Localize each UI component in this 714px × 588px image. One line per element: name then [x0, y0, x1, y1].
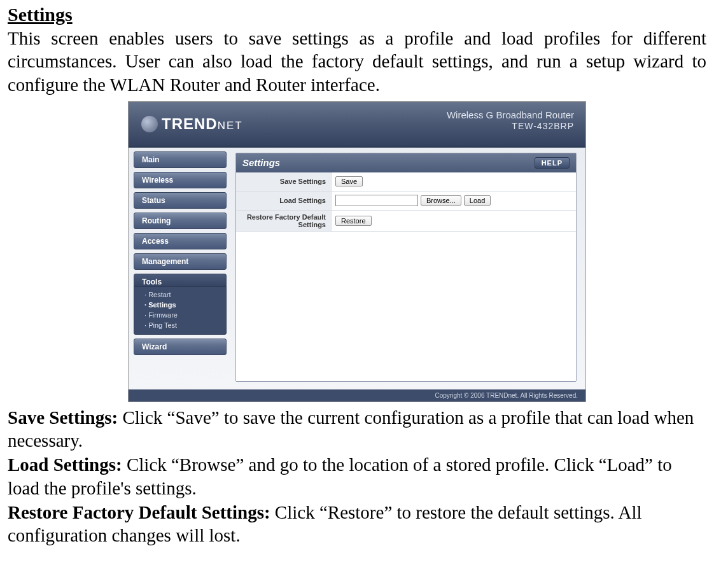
brand-icon [141, 116, 158, 132]
sidebar: Main Wireless Status Routing Access Mana… [129, 148, 232, 389]
load-settings-label: Load Settings [236, 192, 332, 210]
load-file-input[interactable] [335, 195, 418, 206]
sub-restart[interactable]: Restart [134, 290, 226, 300]
load-button[interactable]: Load [464, 195, 491, 206]
product-model: TEW-432BRP [447, 121, 574, 132]
brand-main: TREND [162, 115, 218, 132]
sub-ping-test[interactable]: Ping Test [134, 320, 226, 330]
router-ui-screenshot: TRENDNET Wireless G Broadband Router TEW… [128, 101, 586, 402]
save-settings-desc: Save Settings: Click “Save” to save the … [8, 406, 706, 452]
nav-access[interactable]: Access [134, 233, 227, 249]
sub-firmware[interactable]: Firmware [134, 310, 226, 320]
tools-submenu: Restart Settings Firmware Ping Test [134, 286, 227, 335]
restore-button[interactable]: Restore [335, 216, 372, 226]
router-footer: Copyright © 2006 TRENDnet. All Rights Re… [129, 389, 585, 402]
restore-defaults-label: Restore Factory Default Settings [236, 211, 332, 231]
page-heading: Settings [8, 4, 706, 25]
product-tagline: Wireless G Broadband Router [447, 109, 574, 121]
nav-wireless[interactable]: Wireless [134, 172, 227, 188]
intro-text: This screen enables users to save settin… [8, 27, 706, 96]
nav-status[interactable]: Status [134, 192, 227, 209]
nav-management[interactable]: Management [134, 253, 227, 270]
restore-settings-desc: Restore Factory Default Settings: Click … [8, 501, 706, 547]
save-button[interactable]: Save [335, 176, 363, 186]
router-header: TRENDNET Wireless G Broadband Router TEW… [129, 102, 585, 148]
brand-sub: NET [218, 120, 243, 132]
sub-settings[interactable]: Settings [134, 300, 226, 310]
browse-button[interactable]: Browse... [421, 195, 461, 206]
nav-main[interactable]: Main [134, 151, 227, 168]
brand-logo: TRENDNET [141, 115, 243, 133]
nav-wizard[interactable]: Wizard [134, 339, 227, 355]
help-button[interactable]: HELP [535, 157, 570, 169]
nav-routing[interactable]: Routing [134, 213, 227, 229]
save-settings-label: Save Settings [236, 172, 332, 191]
panel-title: Settings [242, 157, 280, 168]
load-settings-desc: Load Settings: Click “Browse” and go to … [8, 453, 706, 500]
settings-panel: Settings HELP Save Settings Save Load Se… [235, 153, 577, 382]
